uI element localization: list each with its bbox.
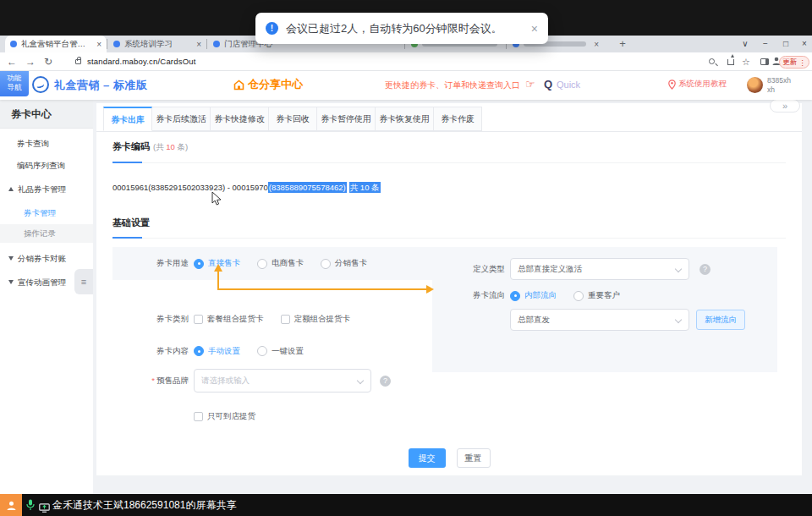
presenter-icon [0,494,22,516]
presale-brand-select[interactable]: 请选择或输入 [194,369,371,392]
screen-share-bar: 金禾通技术王斌18662591081的屏幕共享 [0,494,812,516]
radio-internal-flow[interactable] [510,291,520,301]
reset-button[interactable]: 重置 [457,448,491,468]
tab-card-recycle[interactable]: 券卡回收 [268,107,317,131]
quick-label[interactable]: Quick [557,80,580,90]
nav-toggle-line2: 导航 [0,83,29,92]
forward-button[interactable]: → [25,52,36,71]
checkbox-package-combo-card[interactable] [194,315,203,324]
nav-toggle-line1: 功能 [0,74,29,83]
section-divider [112,238,786,239]
chevron-down-icon [675,266,682,272]
browser-tab-gift-admin[interactable]: 礼盒营销平台管理中心 × [5,36,107,52]
sidebar-item-code-sequence-query[interactable]: 编码序列查询 [17,157,65,174]
sidebar-group-label: 宣传动画管理 [18,277,66,287]
panel-expand-button[interactable]: » [770,99,800,113]
tab-close-icon[interactable]: × [196,40,201,49]
tab-card-suspend[interactable]: 券卡暂停使用 [316,107,376,131]
usage-row: 券卡用途 直接售卡 电商售卡 分销售卡 [112,247,432,280]
radio-manual-setup[interactable] [194,346,204,356]
flow-radio-row: 券卡流向 内部流向 重要客户 [432,290,777,301]
microphone-icon[interactable] [26,499,35,514]
user-avatar[interactable] [747,77,763,93]
radio-manual-setup-label[interactable]: 手动设置 [208,346,240,357]
location-pin-icon [668,80,676,90]
user-name-block[interactable]: 8385xh xh [767,76,791,95]
radio-important-customer[interactable] [573,291,584,301]
sidebar-group-label: 礼品券卡管理 [18,184,66,194]
zoom-indicator-icon[interactable] [709,58,715,64]
back-button[interactable]: ← [7,52,17,71]
sidebar-collapse-handle[interactable]: ≡ [74,269,93,294]
submit-button[interactable]: 提交 [409,448,446,468]
tab-close-icon[interactable]: × [96,40,102,49]
share-icon[interactable] [727,59,734,65]
tab-card-resume[interactable]: 券卡恢复使用 [375,107,434,131]
sidebar-item-card-management-active[interactable]: 券卡管理 [24,205,56,222]
sidebar-group-promo-animation[interactable]: 宣传动画管理 [8,274,66,291]
expand-arrow-icon [8,280,14,284]
radio-distribution-sale-label[interactable]: 分销售卡 [335,258,367,269]
window-maximize-button[interactable]: □ [778,36,793,52]
favicon-training [113,41,120,47]
https-lock-icon[interactable] [75,59,81,64]
window-close-button[interactable]: × [797,36,812,52]
window-minimize-button[interactable]: − [758,36,773,52]
radio-internal-flow-label[interactable]: 内部流向 [524,290,557,301]
checkbox-fixed-amount-combo-label[interactable]: 定额组合提货卡 [294,314,351,325]
sidebar-item-operation-log[interactable]: 操作记录 [24,225,56,242]
tab-separator [107,39,107,49]
code-selected-count: 共 10 条 [349,182,381,193]
tutorial-link[interactable]: 系统使用教程 [668,79,727,90]
sidebar-title: 券卡中心 [0,100,93,129]
content-area: 券卡中心 券卡查询 编码序列查询 礼品券卡管理 券卡管理 操作记录 分销券卡对账… [0,100,812,494]
presale-brand-row: *预售品牌 请选择或输入 ? [112,369,391,392]
collapse-arrow-icon [8,187,14,191]
radio-ecommerce-sale[interactable] [257,259,267,269]
category-row: 券卡类别 套餐组合提货卡 定额组合提货卡 [112,311,367,327]
main-tabs: 券卡出库 券卡后续激活 券卡快捷修改 券卡回收 券卡暂停使用 券卡恢复使用 券卡… [103,107,482,131]
sidebar-group-gift-card-mgmt[interactable]: 礼品券卡管理 [8,181,66,198]
notification-close-icon[interactable]: × [531,22,538,36]
radio-ecommerce-sale-label[interactable]: 电商售卡 [272,258,304,269]
checkbox-package-combo-label[interactable]: 套餐组合提货卡 [207,314,264,325]
browser-tab-training[interactable]: 系统培训学习 × [108,36,206,52]
radio-direct-sale-label[interactable]: 直接售卡 [208,258,240,269]
new-tab-button[interactable]: + [614,36,631,52]
quick-search-icon[interactable]: Q [544,78,552,91]
store-only-row: 只可到店提货 [112,409,272,423]
address-bar[interactable]: standard.maboy.cn/CardsOut [87,52,196,71]
function-nav-toggle[interactable]: 功能 导航 [0,71,29,96]
sidebar-item-card-query[interactable]: 券卡查询 [17,135,49,152]
info-icon: ! [266,22,278,35]
radio-distribution-sale[interactable] [321,259,331,269]
flow-select[interactable]: 总部直发 [510,309,689,331]
side-panel-icon[interactable] [760,58,769,65]
help-icon[interactable]: ? [380,376,391,387]
add-flow-button[interactable]: 新增流向 [696,310,745,330]
radio-direct-sale[interactable] [194,259,204,269]
tab-card-outbound[interactable]: 券卡出库 [103,107,152,131]
sidebar-group-distribution-reconcile[interactable]: 分销券卡对账 [8,250,66,267]
radio-one-click-setup-label[interactable]: 一键设置 [272,346,304,357]
chrome-update-button[interactable]: 更新 ⋮ [779,56,809,69]
radio-important-customer-label[interactable]: 重要客户 [588,290,620,301]
tab-card-followup-activate[interactable]: 券卡后续激活 [151,107,211,131]
tab-card-quick-modify[interactable]: 券卡快捷修改 [210,107,269,131]
checkbox-store-pickup-only-label[interactable]: 只可到店提货 [207,411,255,422]
checkbox-fixed-amount-combo-card[interactable] [281,315,290,324]
share-center-link[interactable]: 仓分享中心 [233,77,303,92]
code-title-text: 券卡编码 [112,141,150,151]
help-icon[interactable]: ? [700,264,710,275]
tab-close-icon[interactable]: × [594,40,599,49]
section-active-underline [112,162,142,163]
define-type-select[interactable]: 总部直接定义激活 [510,258,689,280]
reload-button[interactable]: ↻ [44,52,52,71]
radio-one-click-setup[interactable] [257,346,267,356]
bookmark-star-icon[interactable]: ☆ [739,55,753,69]
checkbox-store-pickup-only[interactable] [194,412,203,421]
section-active-underline [112,237,142,239]
tab-card-void[interactable]: 券卡作废 [433,107,482,131]
tab-search-caret-icon[interactable]: ∨ [738,36,753,52]
section-divider [112,162,786,163]
